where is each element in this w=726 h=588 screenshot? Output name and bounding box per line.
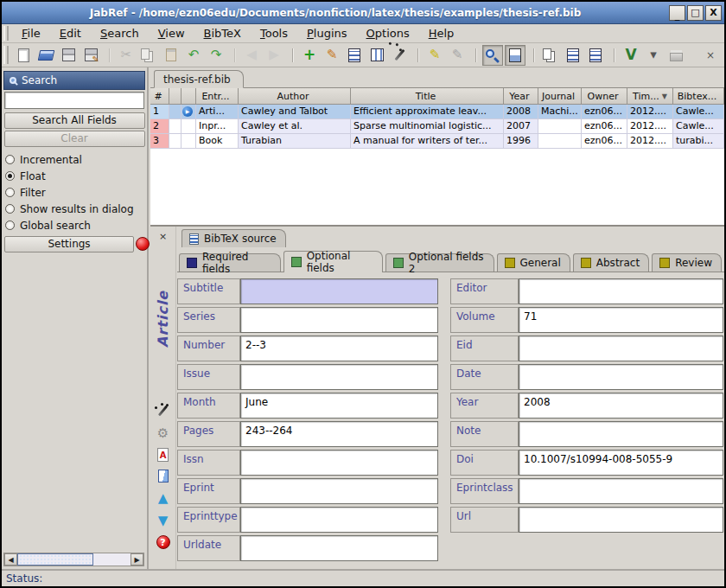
database-tab[interactable]: thesis-ref.bib [154, 70, 244, 88]
cut-button[interactable]: ✂ [116, 45, 137, 66]
mark-entries-button[interactable]: ✎ [424, 45, 445, 66]
field-input[interactable] [240, 535, 438, 561]
table-column-header[interactable]: Bibtex... [673, 88, 724, 105]
menu-item[interactable]: BibTeX [194, 25, 251, 42]
new-database-button[interactable] [13, 45, 34, 66]
table-column-header[interactable]: # [150, 88, 169, 105]
table-column-header[interactable]: Owner [582, 88, 627, 105]
scrollbar-track[interactable] [93, 553, 131, 566]
clear-button[interactable]: Clear [4, 131, 145, 147]
save-as-button[interactable] [80, 45, 101, 66]
field-input[interactable] [519, 278, 723, 304]
menu-item[interactable]: Options [357, 25, 419, 42]
editor-tab[interactable]: Optional fields 2 [385, 253, 494, 272]
menu-item[interactable]: Plugins [297, 25, 357, 42]
push-to-emacs-button[interactable] [585, 45, 606, 66]
redo-button[interactable]: ↷ [206, 45, 226, 66]
field-input[interactable] [519, 478, 723, 504]
field-input[interactable]: June [240, 393, 438, 419]
open-database-button[interactable] [35, 45, 56, 66]
generate-key-wand-icon[interactable] [156, 403, 170, 418]
table-column-header[interactable] [169, 88, 182, 105]
field-input[interactable] [519, 507, 723, 533]
search-mode-option[interactable]: Incremental [5, 151, 143, 168]
field-input[interactable]: 71 [519, 307, 723, 333]
edit-strings-button[interactable] [366, 45, 387, 66]
field-input[interactable]: 243--264 [240, 421, 438, 447]
cleanup-button[interactable] [389, 45, 410, 66]
unmark-entries-button[interactable]: ✎ [447, 45, 468, 66]
field-input[interactable] [519, 421, 723, 447]
gear-icon[interactable]: ⚙ [156, 425, 170, 440]
file-link-icon[interactable] [158, 470, 169, 483]
new-entry-button[interactable]: + [299, 45, 320, 66]
push-dropdown-button[interactable]: ▾ [643, 45, 664, 66]
menu-item[interactable]: Help [419, 25, 464, 42]
field-input[interactable] [240, 364, 438, 390]
editor-tab[interactable]: Required fields [179, 253, 281, 272]
field-input[interactable] [240, 278, 438, 304]
settings-button[interactable]: Settings [4, 236, 134, 252]
copy-key-button[interactable] [540, 45, 561, 66]
minimize-button[interactable]: _ [669, 5, 685, 21]
print-button[interactable] [666, 45, 686, 66]
maximize-button[interactable]: □ [687, 5, 704, 21]
table-column-header[interactable]: Title [351, 88, 504, 105]
table-column-header[interactable]: Author [239, 88, 351, 105]
table-column-header[interactable]: Journal [538, 88, 582, 105]
table-column-header[interactable]: Entr... [196, 88, 239, 105]
editor-tab[interactable]: Review [652, 253, 722, 272]
field-input[interactable] [240, 478, 438, 504]
search-mode-option[interactable]: Show results in dialog [5, 201, 143, 217]
toggle-preview-button[interactable] [505, 45, 525, 66]
toggle-search-button[interactable] [482, 45, 503, 66]
search-mode-option[interactable]: Float [5, 168, 143, 184]
table-row[interactable]: 3 ▶ Book Turabian A manual for writers o… [150, 134, 724, 149]
scroll-left-button[interactable]: ◀ [4, 553, 17, 566]
editor-tab[interactable]: Abstract [573, 253, 649, 272]
field-input[interactable]: 2008 [519, 393, 723, 419]
edit-preamble-button[interactable] [344, 45, 365, 66]
back-button[interactable]: ◀ [241, 45, 262, 66]
field-input[interactable] [240, 450, 438, 476]
field-input[interactable]: 10.1007/s10994-008-5055-9 [519, 450, 723, 476]
paste-button[interactable] [161, 45, 182, 66]
search-mode-option[interactable]: Filter [5, 184, 143, 201]
help-icon[interactable]: ? [156, 535, 170, 549]
editor-tab[interactable]: Optional fields [283, 251, 383, 272]
field-input[interactable] [240, 507, 438, 533]
scroll-right-button[interactable]: ▶ [131, 553, 143, 566]
search-input[interactable] [4, 92, 144, 109]
search-mode-option[interactable]: Global search [5, 217, 143, 233]
menu-item[interactable]: Search [91, 25, 149, 42]
menu-item[interactable]: Tools [251, 25, 297, 42]
forward-button[interactable]: ▶ [264, 45, 284, 66]
menu-item[interactable]: File [12, 25, 50, 42]
save-database-button[interactable] [58, 45, 79, 66]
prev-entry-icon[interactable]: ▲ [156, 490, 170, 505]
field-input[interactable] [519, 364, 723, 390]
table-column-header[interactable]: Year [504, 88, 538, 105]
menu-item[interactable]: View [149, 25, 194, 42]
copy-button[interactable] [138, 45, 159, 66]
pdf-icon[interactable] [157, 448, 169, 462]
help-ball-icon[interactable] [136, 237, 150, 251]
menu-item[interactable]: Edit [50, 25, 91, 42]
field-input[interactable]: 2--3 [240, 336, 438, 361]
undo-button[interactable]: ↶ [183, 45, 204, 66]
table-row[interactable]: 2 ▶ Inpr... Cawley et al. Sparse multino… [150, 119, 724, 134]
push-to-openoffice-button[interactable]: V [621, 45, 641, 66]
edit-entry-button[interactable]: ✎ [322, 45, 342, 66]
table-column-header[interactable]: Tim... ▼ [627, 88, 673, 105]
field-input[interactable] [519, 336, 723, 361]
search-all-fields-button[interactable]: Search All Fields [4, 112, 145, 129]
toolbar-close-icon[interactable]: × [704, 48, 717, 62]
editor-tab[interactable]: General [497, 253, 570, 272]
entry-editor-close-button[interactable]: × [156, 230, 169, 242]
scrollbar-thumb[interactable] [17, 553, 93, 566]
table-row[interactable]: 1 ▶ Arti... Cawley and Talbot Efficient … [150, 105, 724, 119]
table-column-header[interactable] [182, 88, 196, 105]
close-button[interactable]: X [705, 5, 722, 21]
push-to-lyx-button[interactable] [563, 45, 583, 66]
next-entry-icon[interactable]: ▼ [156, 513, 170, 527]
